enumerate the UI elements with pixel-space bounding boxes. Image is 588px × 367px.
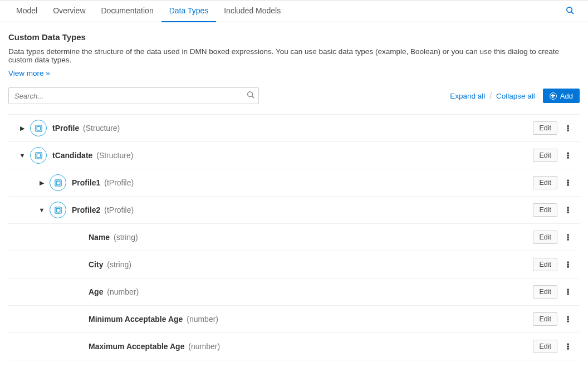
row-label: Profile2 (tProfile)	[72, 205, 134, 214]
svg-point-0	[567, 7, 572, 12]
row-name: Maximum Acceptable Age	[89, 342, 184, 351]
tab-data-types[interactable]: Data Types	[161, 0, 217, 22]
table-row: ▶Maximum Acceptable Age (number)Edit•••	[8, 333, 580, 360]
row-kind: (tProfile)	[102, 205, 134, 214]
data-type-icon	[30, 147, 47, 164]
svg-line-1	[571, 12, 574, 14]
tab-included-models[interactable]: Included Models	[216, 0, 288, 22]
tab-model[interactable]: Model	[8, 0, 45, 22]
search-input[interactable]	[8, 87, 259, 104]
kebab-icon[interactable]: •••	[562, 179, 574, 186]
row-name: Minimum Acceptable Age	[89, 315, 183, 324]
data-type-icon	[30, 120, 47, 136]
kebab-icon[interactable]: •••	[562, 234, 574, 241]
svg-rect-9	[56, 181, 60, 185]
kebab-icon[interactable]: •••	[562, 261, 574, 268]
row-name: Profile2	[72, 205, 100, 214]
tab-overview[interactable]: Overview	[45, 0, 93, 22]
tab-bar: Model Overview Documentation Data Types …	[0, 0, 588, 22]
row-kind: (number)	[184, 315, 218, 324]
table-row: ▶tProfile (Structure)Edit•••	[8, 115, 580, 142]
row-name: tCandidate	[52, 151, 92, 160]
svg-rect-11	[56, 208, 60, 212]
edit-button[interactable]: Edit	[533, 285, 557, 299]
row-label: Minimum Acceptable Age (number)	[89, 315, 218, 324]
view-more-link[interactable]: View more »	[8, 69, 50, 77]
collapse-all-link[interactable]: Collapse all	[494, 92, 537, 100]
edit-button[interactable]: Edit	[533, 231, 557, 244]
plus-icon	[550, 92, 557, 100]
table-row: ▶Age (number)Edit•••	[8, 278, 580, 306]
row-name: Name	[89, 233, 110, 242]
row-kind: (string)	[111, 233, 138, 242]
chevron-right-icon[interactable]: ▶	[17, 125, 28, 132]
edit-button[interactable]: Edit	[533, 258, 557, 271]
kebab-icon[interactable]: •••	[562, 152, 574, 159]
row-kind: (number)	[186, 342, 220, 351]
row-label: Name (string)	[89, 233, 138, 242]
table-row: ▶City (string)Edit•••	[8, 251, 580, 278]
row-kind: (Structure)	[94, 151, 133, 160]
chevron-down-icon[interactable]: ▼	[36, 207, 47, 213]
table-row: ▼tCandidate (Structure)Edit•••	[8, 142, 580, 169]
edit-button[interactable]: Edit	[533, 340, 557, 353]
row-label: Maximum Acceptable Age (number)	[89, 342, 220, 351]
table-row: ▶Name (string)Edit•••	[8, 224, 580, 251]
row-kind: (string)	[105, 260, 131, 269]
table-row: ▶Minimum Acceptable Age (number)Edit•••	[8, 306, 580, 333]
edit-button[interactable]: Edit	[533, 312, 557, 326]
edit-button[interactable]: Edit	[533, 121, 557, 135]
global-search-icon[interactable]	[560, 6, 580, 16]
row-name: Profile1	[72, 178, 100, 187]
chevron-down-icon[interactable]: ▼	[17, 152, 28, 159]
row-label: Profile1 (tProfile)	[72, 178, 134, 187]
kebab-icon[interactable]: •••	[562, 288, 574, 295]
data-type-icon	[50, 174, 66, 191]
add-button[interactable]: Add	[543, 89, 580, 103]
svg-rect-7	[37, 154, 41, 158]
kebab-icon[interactable]: •••	[562, 207, 574, 213]
row-label: City (string)	[89, 260, 131, 269]
edit-button[interactable]: Edit	[533, 176, 557, 189]
kebab-icon[interactable]: •••	[562, 343, 574, 350]
row-name: Age	[89, 287, 103, 296]
edit-button[interactable]: Edit	[533, 149, 557, 162]
row-label: tProfile (Structure)	[52, 124, 120, 133]
kebab-icon[interactable]: •••	[562, 316, 574, 322]
page-description: Data types determine the structure of th…	[8, 47, 580, 64]
data-type-list: ▶tProfile (Structure)Edit•••▼tCandidate …	[8, 114, 580, 367]
separator: /	[487, 91, 494, 100]
table-row: ▶Profile1 (tProfile)Edit•••	[8, 169, 580, 197]
row-name: tProfile	[52, 124, 79, 133]
add-button-label: Add	[560, 92, 573, 100]
row-kind: (tProfile)	[102, 178, 134, 187]
row-kind: (number)	[105, 287, 139, 296]
kebab-icon[interactable]: •••	[562, 125, 574, 131]
expand-all-link[interactable]: Expand all	[448, 92, 487, 100]
data-type-icon	[50, 202, 66, 218]
svg-rect-5	[37, 126, 41, 130]
chevron-right-icon[interactable]: ▶	[36, 179, 47, 187]
tab-documentation[interactable]: Documentation	[94, 0, 161, 22]
edit-button[interactable]: Edit	[533, 203, 557, 217]
row-label: Age (number)	[89, 287, 139, 296]
row-kind: (Structure)	[81, 124, 120, 133]
page-title: Custom Data Types	[8, 32, 580, 42]
table-row: ▼Profile2 (tProfile)Edit•••	[8, 197, 580, 224]
row-name: City	[89, 260, 103, 269]
row-label: tCandidate (Structure)	[52, 151, 133, 160]
